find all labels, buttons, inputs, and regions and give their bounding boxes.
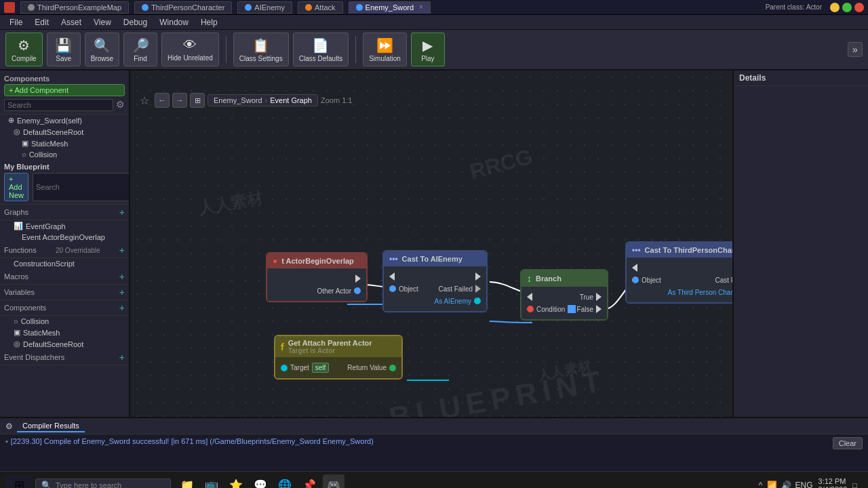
cast-ai-exec-in-icon	[389, 272, 395, 281]
construction-script-label: ConstructionScript	[14, 260, 75, 268]
components-sub-section-header[interactable]: Components +	[0, 300, 129, 316]
blueprint-search-input[interactable]	[33, 173, 130, 201]
comp-default-scene-root[interactable]: ◎ DefaultSceneRoot	[0, 338, 129, 350]
tab-close-sword[interactable]: ×	[419, 3, 423, 11]
tab-attack[interactable]: Attack	[298, 1, 343, 14]
graphs-section-header[interactable]: Graphs +	[0, 205, 129, 220]
class-settings-button[interactable]: 📋 Class Settings	[233, 33, 289, 66]
get-attach-return-right: Return Value	[347, 364, 396, 371]
notification-area[interactable]: □	[852, 481, 857, 489]
find-button[interactable]: 🔎 Find	[123, 33, 157, 66]
node-branch[interactable]: ↕ Branch True	[520, 269, 608, 321]
taskbar-icon-star[interactable]: ⭐	[225, 474, 247, 489]
window-close[interactable]	[854, 3, 864, 12]
functions-add-button[interactable]: +	[119, 245, 125, 256]
event-dispatchers-add-button[interactable]: +	[119, 352, 125, 363]
node-cast-to-third-person[interactable]: ••• Cast To ThirdPersonCharacter	[625, 241, 732, 304]
cast-ai-exec-out	[475, 272, 481, 281]
node-get-attach-parent[interactable]: f Get Attach Parent Actor Target is Acto…	[274, 335, 403, 380]
menu-asset[interactable]: Asset	[56, 16, 87, 28]
menu-debug[interactable]: Debug	[118, 16, 153, 28]
start-button[interactable]: ⊞	[5, 474, 33, 489]
comp-static-mesh-label: StaticMesh	[23, 329, 60, 337]
taskbar-icon-browser[interactable]: 📺	[201, 474, 222, 489]
node-actor-begin-overlap[interactable]: ● t ActorBeginOverlap Other Actor	[266, 252, 368, 302]
comp-static-mesh[interactable]: ▣ StaticMesh	[0, 327, 129, 338]
compiler-results-tab[interactable]: Compiler Results	[17, 420, 85, 432]
variables-section-header[interactable]: Variables +	[0, 285, 129, 300]
target-pin	[281, 365, 288, 371]
bookmark-button[interactable]: ☆	[137, 93, 152, 108]
blueprint-canvas[interactable]: RRCG BLUEPRINT RRCG 人人素材 人人素材 ☆ ← → ⊞ En…	[130, 70, 732, 417]
taskbar-icon-pin[interactable]: 📌	[298, 474, 320, 489]
cast-ai-asai-right: As AIEnemy	[435, 298, 481, 305]
canvas-area[interactable]: 🖥 Viewport 📐 Construction Script 📊 Event…	[130, 70, 732, 417]
variables-add-button[interactable]: +	[119, 287, 125, 298]
add-new-button[interactable]: + Add New	[4, 173, 28, 201]
clear-button[interactable]: Clear	[833, 437, 863, 449]
browse-button[interactable]: 🔍 Browse	[85, 33, 119, 66]
branch-cond-checkbox[interactable]	[568, 305, 576, 313]
nav-back-button[interactable]: ←	[155, 93, 170, 108]
component-collision[interactable]: ○ Collision	[0, 149, 129, 160]
taskbar-icon-files[interactable]: 📁	[176, 474, 198, 489]
cast-third-exec-in-icon	[632, 264, 637, 272]
macros-add-button[interactable]: +	[119, 271, 125, 282]
clock: 3:12 PM 2/4/2020	[818, 477, 848, 489]
branch-cond-pin	[527, 306, 534, 312]
grid-view-button[interactable]: ⊞	[190, 93, 205, 108]
compile-button[interactable]: ⚙ Compile	[5, 33, 43, 66]
graphs-add-button[interactable]: +	[119, 207, 125, 218]
simulation-button[interactable]: ⏩ Simulation	[363, 33, 407, 66]
graph-event-graph[interactable]: 📊 EventGraph	[0, 220, 129, 232]
play-button[interactable]: ▶ Play	[411, 33, 445, 66]
window-maximize[interactable]	[842, 3, 852, 12]
tab-ai-enemy[interactable]: AIEnemy	[237, 1, 292, 14]
cast-third-aschar-right: As Third Person Character	[668, 289, 732, 296]
components-sub-add-button[interactable]: +	[119, 302, 125, 313]
save-button[interactable]: 💾 Save	[47, 33, 81, 66]
menu-file[interactable]: File	[4, 16, 28, 28]
component-root-item[interactable]: ⊕ Enemy_Sword(self)	[0, 115, 129, 126]
macros-section-header[interactable]: Macros +	[0, 269, 129, 285]
class-defaults-button[interactable]: 📄 Class Defaults	[293, 33, 349, 66]
tab-enemy-sword[interactable]: Enemy_Sword ×	[349, 1, 431, 14]
component-static-mesh[interactable]: ▣ StaticMesh	[0, 138, 129, 149]
other-actor-right: Other Actor	[317, 287, 361, 295]
menu-edit[interactable]: Edit	[29, 16, 54, 28]
event-dispatchers-section[interactable]: Event Dispatchers +	[0, 350, 129, 365]
taskbar-icon-ue4[interactable]: 🎮	[323, 474, 344, 489]
get-attach-target-left: Target self	[281, 363, 329, 373]
hide-unrelated-button[interactable]: 👁 Hide Unrelated	[161, 33, 219, 66]
as-ai-enemy-label: As AIEnemy	[435, 298, 471, 305]
sys-tray-up[interactable]: ^	[759, 481, 763, 489]
menu-help[interactable]: Help	[195, 16, 223, 28]
window-minimize[interactable]	[830, 3, 840, 12]
graph-actor-begin-overlap[interactable]: Event ActorBeginOverlap	[0, 232, 129, 243]
comp-collision[interactable]: ○ Collision	[0, 316, 129, 327]
search-options-button[interactable]: ⚙	[116, 99, 125, 111]
tab-third-person-char[interactable]: ThirdPersonCharacter	[134, 1, 232, 14]
taskbar-icon-web[interactable]: 🌐	[274, 474, 296, 489]
browse-icon: 🔍	[94, 37, 111, 54]
node-cast-to-ai-enemy[interactable]: ••• Cast To AIEnemy	[382, 250, 488, 312]
cast-third-exec-row	[632, 262, 732, 274]
function-construction-script[interactable]: ConstructionScript	[0, 258, 129, 269]
expand-panel-button[interactable]: »	[848, 42, 863, 57]
cast-ai-castfailed-right: Cast Failed	[438, 285, 481, 293]
component-search-input[interactable]	[4, 99, 113, 111]
add-component-button[interactable]: + Add Component	[4, 84, 125, 96]
branch-cond-left: Condition	[527, 305, 576, 313]
functions-section-header[interactable]: Functions 20 Overridable +	[0, 243, 129, 258]
taskbar-search-box[interactable]: 🔍 Type here to search	[35, 479, 171, 489]
my-blueprint-label: My Blueprint	[4, 163, 50, 171]
menu-view[interactable]: View	[88, 16, 117, 28]
breadcrumb-root[interactable]: Enemy_Sword	[214, 96, 262, 104]
target-value-badge: self	[312, 363, 330, 373]
menu-window[interactable]: Window	[154, 16, 194, 28]
taskbar-icons: 📁 📺 ⭐ 💬 🌐 📌 🎮	[174, 474, 756, 489]
nav-forward-button[interactable]: →	[172, 93, 187, 108]
component-scene-root[interactable]: ◎ DefaultSceneRoot	[0, 126, 129, 138]
taskbar-icon-chat[interactable]: 💬	[250, 474, 271, 489]
tab-third-person-map[interactable]: ThirdPersonExampleMap	[20, 1, 129, 14]
